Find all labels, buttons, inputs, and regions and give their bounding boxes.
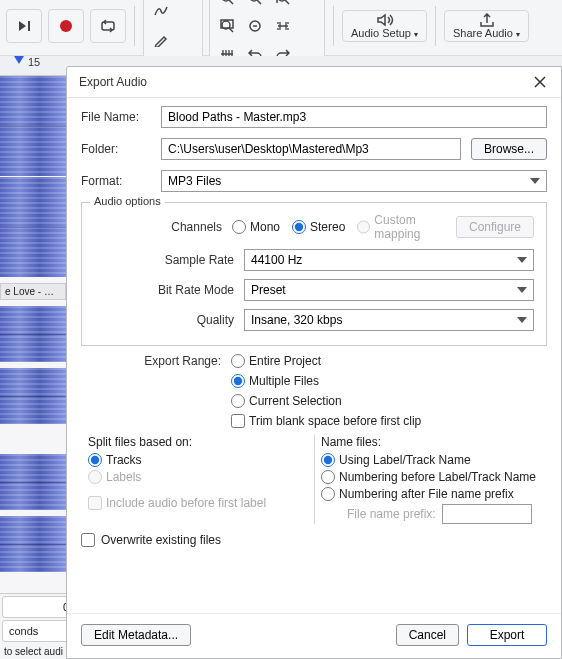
loop-button[interactable] [95,13,121,39]
share-audio-button[interactable]: Share Audio ▾ [444,10,529,42]
dialog-footer: Edit Metadata... Cancel Export [67,613,561,658]
trim-blank-checkbox[interactable]: Trim blank space before first clip [231,414,421,428]
audio-options-group: Audio options Channels Mono Stereo Custo… [81,202,547,346]
channels-label: Channels [94,220,222,234]
bit-rate-mode-label: Bit Rate Mode [94,283,234,297]
split-column: Split files based on: Tracks Labels Incl… [81,434,314,525]
using-label-radio[interactable]: Using Label/Track Name [321,453,540,467]
record-group [48,9,84,43]
zoom-toggle-icon[interactable] [242,13,268,39]
svg-point-0 [60,20,72,32]
dialog-title: Export Audio [79,75,147,89]
fit-selection-icon[interactable] [270,0,296,11]
status-unit: conds [2,620,76,642]
name-column: Name files: Using Label/Track Name Numbe… [314,434,547,525]
envelope-tool-icon[interactable] [148,0,174,25]
numbering-before-radio[interactable]: Numbering before Label/Track Name [321,470,540,484]
track-label[interactable]: e Love - Mast [0,283,66,300]
multiple-files-radio[interactable]: Multiple Files [231,374,319,388]
quality-label: Quality [94,313,234,327]
prefix-input [442,504,532,524]
audio-setup-button[interactable]: Audio Setup ▾ [342,10,427,42]
trim-icon[interactable] [270,13,296,39]
split-legend: Split files based on: [88,435,307,449]
record-button[interactable] [53,13,79,39]
configure-button: Configure [456,216,534,238]
transport-end-group [6,9,42,43]
format-select[interactable]: MP3 Files [161,170,547,192]
main-toolbar: Audio Setup ▾ Share Audio ▾ [0,0,562,56]
svg-rect-1 [102,22,114,30]
draw-tool-icon[interactable] [148,27,174,53]
custom-mapping-radio: Custom mapping [357,213,446,241]
tracks-radio[interactable]: Tracks [88,453,307,467]
quality-select[interactable]: Insane, 320 kbps [244,309,534,331]
cancel-button[interactable]: Cancel [396,624,459,646]
prefix-label: File name prefix: [347,507,436,521]
fit-project-icon[interactable] [214,13,240,39]
playhead-marker-icon[interactable] [14,56,24,64]
split-name-section: Split files based on: Tracks Labels Incl… [81,434,547,525]
waveform[interactable] [0,306,66,362]
skip-end-button[interactable] [11,13,37,39]
export-range-label: Export Range: [81,354,221,368]
current-selection-radio[interactable]: Current Selection [231,394,342,408]
export-button[interactable]: Export [467,624,547,646]
stereo-radio[interactable]: Stereo [292,220,345,234]
entire-project-radio[interactable]: Entire Project [231,354,321,368]
waveform[interactable] [0,76,66,176]
zoom-in-icon[interactable] [214,0,240,11]
audio-options-legend: Audio options [90,195,165,207]
dialog-titlebar: Export Audio [67,67,561,98]
folder-input[interactable] [161,138,461,160]
sample-rate-label: Sample Rate [94,253,234,267]
export-audio-dialog: Export Audio File Name: Folder: Browse..… [66,66,562,659]
bit-rate-mode-select[interactable]: Preset [244,279,534,301]
waveform[interactable] [0,368,66,424]
mono-radio[interactable]: Mono [232,220,280,234]
share-audio-label: Share Audio [453,27,513,39]
browse-button[interactable]: Browse... [471,138,547,160]
export-range-section: Export Range: Entire Project Multiple Fi… [81,354,547,428]
audio-setup-label: Audio Setup [351,27,411,39]
waveform[interactable] [0,516,66,572]
waveform[interactable] [0,177,66,277]
loop-group [90,9,126,43]
labels-radio: Labels [88,470,307,484]
edit-metadata-button[interactable]: Edit Metadata... [81,624,191,646]
format-label: Format: [81,174,151,188]
overwrite-checkbox[interactable]: Overwrite existing files [81,533,221,547]
close-button[interactable] [531,73,549,91]
zoom-out-icon[interactable] [242,0,268,11]
name-legend: Name files: [321,435,540,449]
include-audio-checkbox: Include audio before first label [88,496,307,510]
file-name-label: File Name: [81,110,151,124]
waveform[interactable] [0,454,66,510]
folder-label: Folder: [81,142,151,156]
status-value: 0 [2,596,76,618]
numbering-after-radio[interactable]: Numbering after File name prefix [321,487,540,501]
ruler-tick: 15 [26,56,40,68]
sample-rate-select[interactable]: 44100 Hz [244,249,534,271]
file-name-input[interactable] [161,106,547,128]
